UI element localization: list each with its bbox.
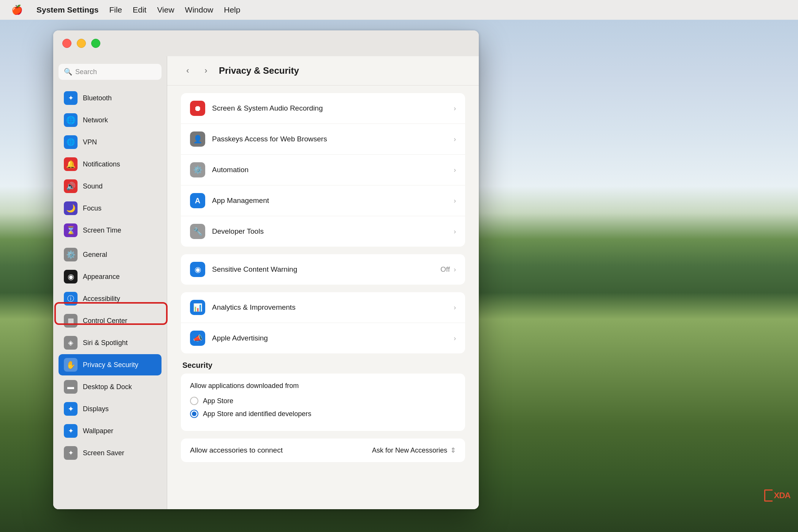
search-box[interactable]: 🔍 Search (59, 64, 162, 80)
menubar-view[interactable]: View (157, 5, 174, 14)
sidebar-item-accessibility[interactable]: ⓘ Accessibility (59, 288, 162, 309)
settings-row-automation[interactable]: ⚙️ Automation › (181, 155, 465, 185)
desktop-dock-icon-wrap: ▬ (64, 380, 78, 394)
sidebar-item-wallpaper[interactable]: ✦ Wallpaper (59, 420, 162, 442)
radio-app-store-developers[interactable]: App Store and identified developers (190, 410, 456, 418)
settings-row-passkeys[interactable]: 👤 Passkeys Access for Web Browsers › (181, 124, 465, 155)
row-left-app-management: A App Management (190, 193, 269, 208)
sidebar-item-siri-spotlight[interactable]: ◈ Siri & Spotlight (59, 332, 162, 353)
row-right-apple-advertising: › (454, 334, 456, 342)
appearance-icon: ◉ (68, 272, 74, 281)
notifications-icon-wrap: 🔔 (64, 157, 78, 171)
accessories-stepper-icon[interactable]: ⇕ (450, 446, 456, 454)
developer-tools-label: Developer Tools (212, 227, 264, 236)
bluetooth-icon-wrap: ✦ (64, 91, 78, 105)
accessories-value-text: Ask for New Accessories (372, 446, 447, 454)
settings-row-screen-recording[interactable]: ⏺ Screen & System Audio Recording › (181, 93, 465, 124)
sound-icon-wrap: 🔊 (64, 179, 78, 193)
row-left-apple-advertising: 📣 Apple Advertising (190, 331, 268, 346)
automation-chevron: › (454, 166, 456, 174)
sidebar-label-sound: Sound (83, 182, 103, 190)
sidebar-item-network[interactable]: 🌐 Network (59, 109, 162, 131)
page-title: Privacy & Security (219, 65, 299, 76)
wallpaper-icon: ✦ (68, 427, 74, 435)
sidebar-item-general[interactable]: ⚙️ General (59, 244, 162, 265)
settings-group-1: ⏺ Screen & System Audio Recording › 👤 (181, 93, 465, 247)
siri-icon: ◈ (68, 339, 73, 347)
menubar-help[interactable]: Help (224, 5, 240, 14)
sidebar-item-screen-time[interactable]: ⌛ Screen Time (59, 220, 162, 241)
sidebar-item-screen-saver[interactable]: ✦ Screen Saver (59, 442, 162, 464)
accessories-group: Allow accessories to connect Ask for New… (181, 439, 465, 462)
control-center-icon: ▦ (68, 317, 74, 325)
window-body: 🔍 Search ✦ Bluetooth 🌐 Network 🌐 (53, 56, 479, 509)
titlebar (53, 30, 479, 56)
content-header: ‹ › Privacy & Security (167, 56, 479, 86)
sidebar-label-appearance: Appearance (83, 273, 120, 281)
sidebar-label-network: Network (83, 116, 108, 124)
control-center-icon-wrap: ▦ (64, 314, 78, 328)
maximize-button[interactable] (91, 39, 100, 48)
radio-app-store[interactable]: App Store (190, 397, 456, 405)
sidebar-item-displays[interactable]: ✦ Displays (59, 398, 162, 420)
sidebar-item-appearance[interactable]: ◉ Appearance (59, 266, 162, 287)
general-icon-wrap: ⚙️ (64, 248, 78, 261)
settings-row-developer-tools[interactable]: 🔧 Developer Tools › (181, 216, 465, 247)
automation-icon: ⚙️ (190, 162, 205, 177)
row-right-developer-tools: › (454, 228, 456, 236)
nav-forward-button[interactable]: › (199, 64, 213, 78)
app-management-icon: A (190, 193, 205, 208)
minimize-button[interactable] (77, 39, 86, 48)
close-button[interactable] (62, 39, 71, 48)
main-content: ‹ › Privacy & Security ⏺ Screen & System… (167, 56, 479, 509)
sidebar-item-desktop-dock[interactable]: ▬ Desktop & Dock (59, 376, 162, 397)
menubar-system-settings[interactable]: System Settings (36, 5, 98, 14)
privacy-security-icon-wrap: ✋ (64, 358, 78, 372)
apple-advertising-chevron: › (454, 334, 456, 342)
sidebar-item-notifications[interactable]: 🔔 Notifications (59, 154, 162, 175)
screen-time-icon-wrap: ⌛ (64, 223, 78, 237)
accessibility-icon: ⓘ (67, 294, 74, 303)
sidebar-label-vpn: VPN (83, 138, 97, 146)
focus-icon: 🌙 (66, 204, 76, 213)
sensitive-content-value: Off (440, 265, 450, 274)
settings-row-app-management[interactable]: A App Management › (181, 185, 465, 216)
radio-app-store-developers-circle[interactable] (190, 410, 198, 418)
settings-row-analytics[interactable]: 📊 Analytics & Improvements › (181, 292, 465, 323)
displays-icon: ✦ (68, 404, 74, 413)
accessories-row[interactable]: Allow accessories to connect Ask for New… (181, 439, 465, 462)
sidebar-label-focus: Focus (83, 204, 101, 212)
row-right-app-management: › (454, 197, 456, 205)
general-icon: ⚙️ (66, 250, 76, 259)
menubar-window[interactable]: Window (185, 5, 214, 14)
analytics-chevron: › (454, 304, 456, 312)
settings-row-apple-advertising[interactable]: 📣 Apple Advertising › (181, 323, 465, 353)
sidebar-item-privacy-security[interactable]: ✋ Privacy & Security (59, 354, 162, 375)
sidebar-item-bluetooth[interactable]: ✦ Bluetooth (59, 87, 162, 109)
sidebar-item-focus[interactable]: 🌙 Focus (59, 198, 162, 219)
sidebar-item-control-center[interactable]: ▦ Control Center (59, 310, 162, 331)
apple-advertising-label: Apple Advertising (212, 334, 268, 342)
radio-app-store-label: App Store (203, 397, 233, 405)
row-right-analytics: › (454, 304, 456, 312)
nav-back-button[interactable]: ‹ (181, 64, 195, 78)
radio-app-store-circle[interactable] (190, 397, 198, 405)
settings-row-sensitive-content[interactable]: ◉ Sensitive Content Warning Off › (181, 254, 465, 285)
menubar-edit[interactable]: Edit (133, 5, 146, 14)
sidebar-item-sound[interactable]: 🔊 Sound (59, 176, 162, 197)
menubar-file[interactable]: File (109, 5, 122, 14)
developer-tools-icon: 🔧 (190, 224, 205, 239)
sidebar-item-vpn[interactable]: 🌐 VPN (59, 131, 162, 153)
menubar: 🍎 System Settings File Edit View Window … (0, 0, 798, 20)
search-placeholder: Search (75, 68, 97, 76)
settings-group-3: 📊 Analytics & Improvements › 📣 (181, 292, 465, 353)
displays-icon-wrap: ✦ (64, 402, 78, 416)
sidebar-label-bluetooth: Bluetooth (83, 94, 112, 102)
row-left-screen-recording: ⏺ Screen & System Audio Recording (190, 101, 323, 116)
security-subtitle: Allow applications downloaded from (190, 382, 456, 390)
apple-menu-icon[interactable]: 🍎 (11, 5, 23, 15)
screen-recording-icon: ⏺ (190, 101, 205, 116)
sidebar: 🔍 Search ✦ Bluetooth 🌐 Network 🌐 (53, 56, 167, 509)
xda-bracket-icon (764, 489, 773, 502)
apple-advertising-icon: 📣 (190, 331, 205, 346)
